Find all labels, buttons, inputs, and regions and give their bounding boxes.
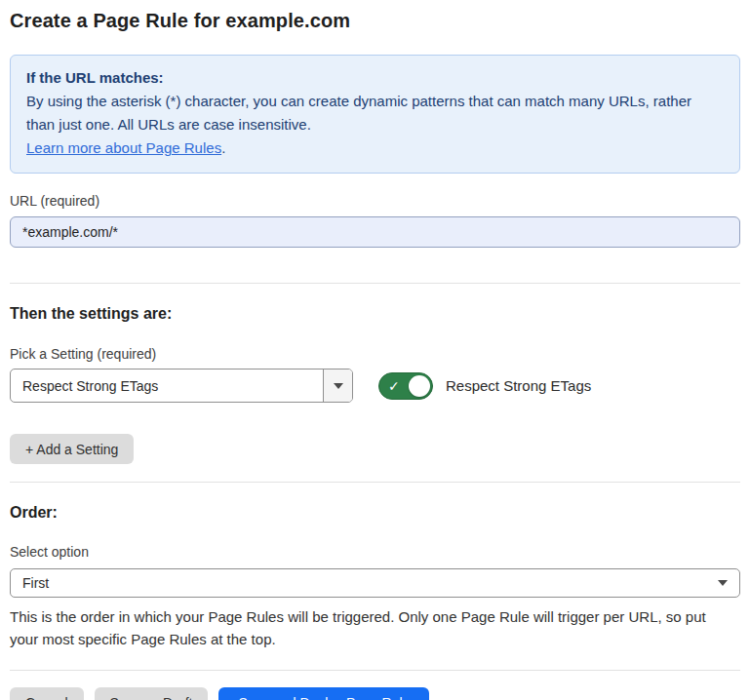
page-title: Create a Page Rule for example.com	[10, 10, 740, 32]
save-and-deploy-button[interactable]: Save and Deploy Page Rule	[218, 687, 429, 700]
settings-section-heading: Then the settings are:	[10, 305, 740, 323]
pick-setting-label: Pick a Setting (required)	[10, 346, 740, 362]
setting-row: Respect Strong ETags ✓ Respect Strong ET…	[10, 369, 740, 403]
cancel-button[interactable]: Cancel	[10, 687, 84, 700]
url-field-label: URL (required)	[10, 193, 740, 209]
toggle-label: Respect Strong ETags	[446, 377, 591, 394]
link-suffix: .	[221, 139, 225, 156]
etag-toggle-group: ✓ Respect Strong ETags	[378, 372, 591, 400]
info-box-link-line: Learn more about Page Rules.	[26, 136, 724, 160]
info-box-heading: If the URL matches:	[26, 66, 724, 90]
url-input[interactable]	[10, 216, 740, 248]
divider	[10, 283, 740, 284]
info-box-body: By using the asterisk (*) character, you…	[26, 90, 724, 136]
divider	[10, 482, 740, 483]
setting-select-value: Respect Strong ETags	[11, 369, 323, 402]
chevron-down-icon	[718, 580, 728, 586]
add-setting-button[interactable]: + Add a Setting	[10, 434, 134, 464]
check-icon: ✓	[388, 378, 400, 392]
save-as-draft-button[interactable]: Save as Draft	[95, 687, 209, 700]
create-page-rule-form: Create a Page Rule for example.com If th…	[0, 0, 750, 700]
order-help-text: This is the order in which your Page Rul…	[10, 605, 736, 650]
order-select-label: Select option	[10, 544, 740, 560]
setting-select[interactable]: Respect Strong ETags	[10, 369, 353, 403]
divider	[10, 670, 740, 671]
order-section-heading: Order:	[10, 504, 740, 522]
order-select[interactable]: First	[10, 568, 740, 598]
chevron-down-icon	[334, 383, 343, 389]
setting-select-arrow-segment[interactable]	[323, 369, 352, 402]
order-select-value: First	[22, 575, 718, 591]
toggle-knob	[409, 375, 430, 397]
url-match-info-box: If the URL matches: By using the asteris…	[10, 55, 740, 174]
etag-toggle[interactable]: ✓	[378, 372, 433, 400]
learn-more-link[interactable]: Learn more about Page Rules	[26, 139, 221, 156]
footer-actions: Cancel Save as Draft Save and Deploy Pag…	[10, 687, 740, 700]
